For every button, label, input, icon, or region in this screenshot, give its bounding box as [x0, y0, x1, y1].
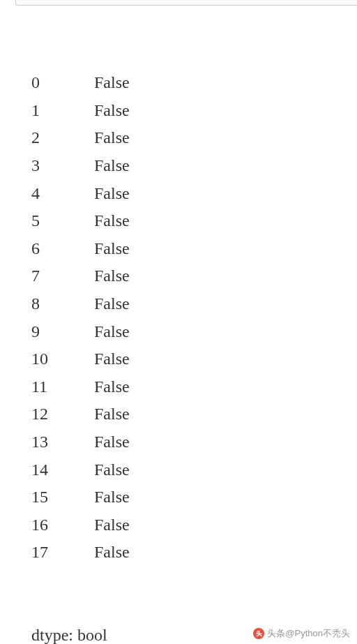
series-row: 11False [31, 373, 357, 401]
series-value: False [94, 456, 130, 484]
series-index: 7 [31, 262, 94, 290]
series-row: 15False [31, 484, 357, 511]
series-value: False [94, 345, 130, 373]
series-index: 2 [31, 124, 94, 152]
series-value: False [94, 97, 130, 125]
series-value: False [94, 180, 130, 208]
series-value: False [94, 152, 130, 180]
series-index: 17 [31, 539, 94, 567]
series-value: False [94, 539, 130, 567]
series-row: 0False [31, 69, 357, 97]
series-value: False [94, 511, 130, 539]
series-index: 9 [31, 318, 94, 346]
series-value: False [94, 207, 130, 235]
series-value: False [94, 262, 130, 290]
series-index: 14 [31, 456, 94, 484]
watermark-icon: 头 [253, 628, 264, 639]
series-row: 7False [31, 262, 357, 290]
series-value: False [94, 69, 130, 97]
series-value: False [94, 318, 130, 346]
series-value: False [94, 290, 130, 318]
series-value: False [94, 400, 130, 428]
series-row: 6False [31, 235, 357, 263]
series-row: 10False [31, 345, 357, 373]
series-value: False [94, 428, 130, 456]
series-row: 13False [31, 428, 357, 456]
series-index: 0 [31, 69, 94, 97]
series-index: 4 [31, 180, 94, 208]
series-index: 13 [31, 428, 94, 456]
series-index: 5 [31, 207, 94, 235]
series-index: 1 [31, 97, 94, 125]
series-row: 8False [31, 290, 357, 318]
series-value: False [94, 124, 130, 152]
series-row: 4False [31, 180, 357, 208]
series-row: 14False [31, 456, 357, 484]
series-row: 2False [31, 124, 357, 152]
series-index: 8 [31, 290, 94, 318]
watermark: 头 头条@Python不秃头 [253, 627, 350, 640]
series-row: 3False [31, 152, 357, 180]
series-index: 15 [31, 484, 94, 511]
series-index: 10 [31, 345, 94, 373]
series-row: 5False [31, 207, 357, 235]
series-index: 16 [31, 511, 94, 539]
code-cell-border [15, 0, 357, 6]
series-index: 11 [31, 373, 94, 401]
series-row: 12False [31, 400, 357, 428]
series-value: False [94, 373, 130, 401]
watermark-text: 头条@Python不秃头 [267, 627, 350, 640]
series-output: 0False1False2False3False4False5False6Fal… [31, 69, 357, 567]
series-row: 16False [31, 511, 357, 539]
series-row: 17False [31, 539, 357, 567]
series-row: 9False [31, 318, 357, 346]
series-index: 6 [31, 235, 94, 263]
series-value: False [94, 484, 130, 511]
series-row: 1False [31, 97, 357, 125]
output-cell: 0False1False2False3False4False5False6Fal… [0, 0, 357, 644]
series-value: False [94, 235, 130, 263]
series-index: 12 [31, 400, 94, 428]
series-index: 3 [31, 152, 94, 180]
